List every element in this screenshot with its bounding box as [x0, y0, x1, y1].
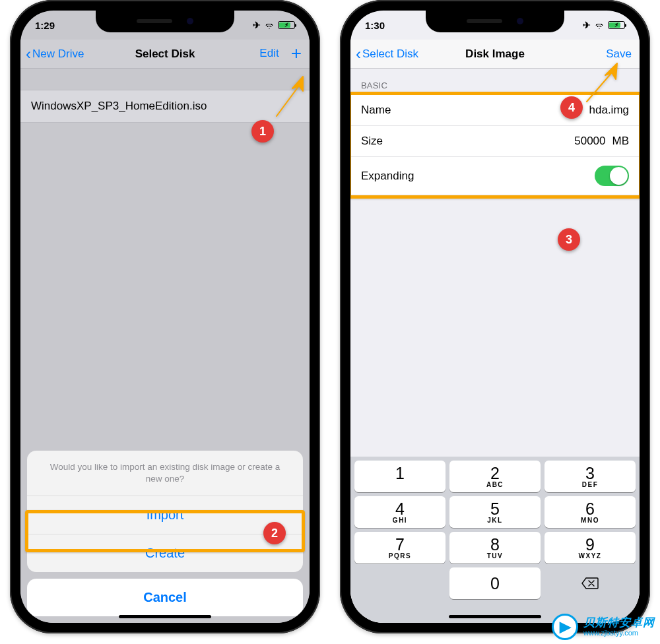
back-label: Select Disk: [362, 48, 418, 61]
step-badge-3: 3: [558, 228, 580, 251]
name-label: Name: [361, 104, 391, 117]
keypad-spacer: [354, 567, 446, 599]
save-button[interactable]: Save: [606, 48, 632, 61]
home-indicator[interactable]: [449, 615, 541, 618]
notch: [426, 10, 564, 32]
airplane-mode-icon: ✈︎: [253, 20, 261, 30]
keypad-key-6[interactable]: 6MNO: [544, 496, 636, 528]
size-row[interactable]: Size 50000 MB: [350, 126, 640, 157]
keypad-key-0[interactable]: 0: [449, 567, 541, 599]
expanding-switch[interactable]: [595, 166, 629, 186]
sheet-create-label: Create: [145, 546, 185, 560]
battery-icon: ⚡︎: [608, 21, 625, 29]
chevron-left-icon: ‹: [356, 46, 361, 62]
sheet-create-button[interactable]: Create: [27, 534, 303, 572]
nav-title: Disk Image: [465, 48, 525, 61]
disk-file-row[interactable]: WindowsXP_SP3_HomeEdition.iso: [20, 90, 310, 123]
keypad-key-5[interactable]: 5JKL: [449, 496, 541, 528]
keypad-key-1[interactable]: 1: [354, 461, 446, 492]
arrow-4: [579, 62, 625, 111]
chevron-left-icon: ‹: [26, 46, 31, 62]
size-value: 50000: [574, 135, 605, 148]
back-button[interactable]: ‹ Select Disk: [356, 46, 418, 62]
edit-button[interactable]: Edit: [259, 47, 279, 60]
watermark: ▶ 贝斯特安卓网 www.zjbstyy.com: [552, 614, 655, 640]
sheet-cancel-button[interactable]: Cancel: [27, 579, 303, 616]
status-time: 1:30: [365, 20, 385, 31]
battery-icon: ⚡︎: [278, 21, 295, 29]
keypad-key-2[interactable]: 2ABC: [449, 461, 541, 492]
notch: [96, 10, 234, 32]
watermark-title: 贝斯特安卓网: [583, 616, 655, 629]
expanding-row: Expanding: [350, 157, 640, 195]
phone-left: 1:29 ✈︎ ⚡︎ ‹ New Drive Select Disk Edit …: [10, 0, 320, 633]
nav-title: Select Disk: [135, 48, 195, 61]
keypad-key-9[interactable]: 9WXYZ: [544, 532, 636, 564]
watermark-url: www.zjbstyy.com: [583, 629, 655, 637]
arrow-1: [270, 75, 310, 124]
status-time: 1:29: [35, 20, 55, 31]
back-label: New Drive: [32, 48, 84, 61]
delete-icon: [581, 577, 599, 589]
add-button[interactable]: +: [291, 46, 302, 61]
back-button[interactable]: ‹ New Drive: [26, 46, 84, 62]
size-unit: MB: [612, 135, 630, 148]
action-sheet: Would you like to import an existing dis…: [27, 451, 303, 572]
size-label: Size: [361, 135, 383, 148]
home-indicator[interactable]: [119, 615, 211, 618]
keypad-key-4[interactable]: 4GHI: [354, 496, 446, 528]
step-badge-2: 2: [263, 522, 286, 544]
wifi-icon: [264, 21, 275, 29]
watermark-logo-icon: ▶: [552, 614, 578, 640]
keypad-key-8[interactable]: 8TUV: [449, 532, 541, 564]
sheet-message: Would you like to import an existing dis…: [27, 451, 303, 496]
sheet-import-button[interactable]: Import: [27, 496, 303, 534]
phone-right: 1:30 ✈︎ ⚡︎ ‹ Select Disk Disk Image Save: [340, 0, 650, 633]
numeric-keypad: 1 2ABC3DEF 4GHI5JKL6MNO 7PQRS8TUV9WXYZ 0: [350, 457, 640, 623]
expanding-label: Expanding: [361, 170, 414, 183]
airplane-mode-icon: ✈︎: [583, 20, 591, 30]
keypad-key-3[interactable]: 3DEF: [544, 461, 636, 492]
nav-bar: ‹ New Drive Select Disk Edit +: [20, 40, 310, 69]
wifi-icon: [594, 21, 605, 29]
keypad-delete-button[interactable]: [544, 567, 636, 599]
keypad-key-7[interactable]: 7PQRS: [354, 532, 446, 564]
